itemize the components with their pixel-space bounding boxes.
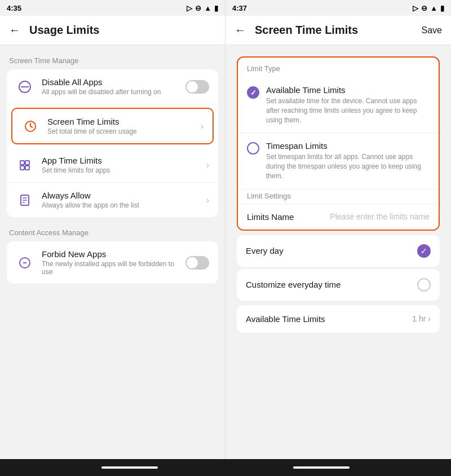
everyday-card[interactable]: Every day ✓ bbox=[237, 235, 440, 267]
svg-rect-7 bbox=[20, 166, 24, 170]
always-allow-chevron: › bbox=[206, 195, 209, 205]
disable-all-apps-sub: All apps will be disabled after turning … bbox=[42, 88, 185, 96]
always-allow-text: Always Allow Always allow the apps on th… bbox=[42, 191, 202, 209]
left-back-button[interactable]: ← bbox=[9, 24, 20, 37]
disable-all-apps-item[interactable]: Disable All Apps All apps will be disabl… bbox=[7, 69, 218, 104]
timespan-radio[interactable] bbox=[247, 142, 259, 155]
timespan-sub: Set timespan limits for all apps. Cannot… bbox=[266, 152, 430, 180]
screen-time-limits-sub: Set total time of screen usage bbox=[47, 127, 196, 135]
right-play-icon: ▷ bbox=[413, 4, 418, 12]
app-time-limits-icon bbox=[16, 156, 34, 174]
disable-all-apps-text: Disable All Apps All apps will be disabl… bbox=[42, 77, 185, 96]
screen-time-limits-icon bbox=[21, 117, 39, 135]
available-time-title: Available Time Limits bbox=[266, 85, 430, 95]
always-allow-chevron-wrapper: › bbox=[202, 195, 209, 205]
save-button[interactable]: Save bbox=[422, 25, 442, 36]
right-page-title: Screen Time Limits bbox=[255, 24, 413, 37]
right-header: ← Screen Time Limits Save bbox=[226, 16, 451, 45]
right-wifi-icon: ▲ bbox=[430, 4, 437, 12]
screen-time-limits-chevron: › bbox=[201, 121, 204, 131]
left-status-icons: ▷ ⊖ ▲ ▮ bbox=[187, 4, 218, 12]
forbid-new-apps-text: Forbid New Apps The newly installed apps… bbox=[42, 249, 185, 276]
disable-all-apps-title: Disable All Apps bbox=[42, 77, 185, 87]
app-time-limits-chevron-wrapper: › bbox=[202, 160, 209, 170]
right-minus-circle-icon: ⊖ bbox=[421, 4, 427, 12]
right-status-icons: ▷ ⊖ ▲ ▮ bbox=[413, 4, 444, 12]
screen-time-limits-item[interactable]: Screen Time Limits Set total time of scr… bbox=[11, 108, 214, 144]
timespan-title: Timespan Limits bbox=[266, 141, 430, 151]
right-content: Limit Type Available Time Limits Set ava… bbox=[226, 45, 451, 459]
always-allow-title: Always Allow bbox=[42, 191, 202, 200]
play-icon: ▷ bbox=[187, 4, 192, 12]
disable-all-apps-icon bbox=[16, 78, 34, 96]
everyday-label: Every day bbox=[246, 246, 284, 255]
svg-rect-8 bbox=[25, 166, 29, 170]
left-home-indicator bbox=[101, 466, 158, 469]
left-content: Screen Time Manage Disable All Apps All … bbox=[0, 45, 225, 459]
screen-time-limits-chevron-wrapper: › bbox=[196, 121, 204, 131]
limits-name-key: Limits Name bbox=[247, 212, 294, 222]
left-time: 4:35 bbox=[7, 4, 21, 12]
content-access-card: Forbid New Apps The newly installed apps… bbox=[7, 241, 218, 284]
left-page-title: Usage Limits bbox=[29, 24, 216, 37]
forbid-new-apps-item[interactable]: Forbid New Apps The newly installed apps… bbox=[7, 241, 218, 284]
app-time-limits-title: App Time Limits bbox=[42, 156, 202, 165]
available-time-limit-value: 1 hr › bbox=[412, 314, 431, 323]
bottom-bar bbox=[0, 459, 451, 476]
right-time: 4:37 bbox=[232, 4, 247, 12]
left-header: ← Usage Limits bbox=[0, 16, 225, 45]
available-time-limit-label: Available Time Limits bbox=[246, 314, 325, 324]
svg-rect-6 bbox=[25, 161, 29, 165]
section-label-screen-time: Screen Time Manage bbox=[7, 52, 218, 69]
app-time-limits-chevron: › bbox=[206, 160, 209, 170]
app-time-limits-sub: Set time limits for apps bbox=[42, 166, 202, 174]
forbid-new-apps-title: Forbid New Apps bbox=[42, 249, 185, 259]
screen-time-manage-card: Disable All Apps All apps will be disabl… bbox=[7, 69, 218, 217]
svg-line-4 bbox=[30, 126, 33, 127]
customize-everyday-card[interactable]: Customize everyday time bbox=[237, 269, 440, 301]
disable-all-apps-toggle[interactable] bbox=[185, 80, 209, 94]
always-allow-item[interactable]: Always Allow Always allow the apps on th… bbox=[7, 183, 218, 217]
always-allow-sub: Always allow the apps on the list bbox=[42, 201, 202, 209]
screen-time-limits-title: Screen Time Limits bbox=[47, 117, 196, 126]
timespan-text: Timespan Limits Set timespan limits for … bbox=[266, 141, 430, 180]
forbid-new-apps-toggle[interactable] bbox=[185, 256, 209, 270]
timespan-option[interactable]: Timespan Limits Set timespan limits for … bbox=[238, 133, 439, 189]
right-screen: 4:37 ▷ ⊖ ▲ ▮ ← Screen Time Limits Save L… bbox=[226, 0, 451, 459]
disable-all-apps-toggle-wrapper bbox=[185, 80, 209, 94]
forbid-new-apps-icon bbox=[16, 254, 34, 272]
wifi-icon: ▲ bbox=[204, 4, 211, 12]
limits-name-input[interactable]: Please enter the limits name bbox=[330, 212, 430, 221]
forbid-new-apps-sub: The newly installed apps will be forbidd… bbox=[42, 260, 185, 276]
available-time-option[interactable]: Available Time Limits Set available time… bbox=[238, 77, 439, 133]
available-time-limits-card[interactable]: Available Time Limits 1 hr › bbox=[237, 305, 440, 333]
right-back-button[interactable]: ← bbox=[235, 24, 246, 37]
limit-type-bordered-section: Limit Type Available Time Limits Set ava… bbox=[237, 56, 440, 231]
available-time-radio[interactable] bbox=[247, 86, 259, 99]
app-time-limits-item[interactable]: App Time Limits Set time limits for apps… bbox=[7, 148, 218, 183]
forbid-new-apps-toggle-wrapper bbox=[185, 256, 209, 270]
right-status-bar: 4:37 ▷ ⊖ ▲ ▮ bbox=[226, 0, 451, 16]
left-screen: 4:35 ▷ ⊖ ▲ ▮ ← Usage Limits Screen Time … bbox=[0, 0, 226, 459]
everyday-check[interactable]: ✓ bbox=[417, 244, 431, 258]
customize-radio[interactable] bbox=[417, 278, 431, 292]
minus-circle-icon: ⊖ bbox=[195, 4, 201, 12]
limit-type-label: Limit Type bbox=[238, 58, 439, 77]
limits-name-row: Limits Name Please enter the limits name bbox=[238, 204, 439, 230]
svg-rect-5 bbox=[20, 161, 24, 165]
available-time-sub: Set available time for the device. Canno… bbox=[266, 96, 430, 125]
section-label-content-access: Content Access Manage bbox=[7, 224, 218, 241]
right-home-indicator bbox=[293, 466, 350, 469]
screen-time-limits-text: Screen Time Limits Set total time of scr… bbox=[47, 117, 196, 135]
available-time-text: Available Time Limits Set available time… bbox=[266, 85, 430, 125]
app-time-limits-text: App Time Limits Set time limits for apps bbox=[42, 156, 202, 174]
right-battery-icon: ▮ bbox=[440, 4, 444, 12]
always-allow-icon bbox=[16, 191, 34, 209]
customize-label: Customize everyday time bbox=[246, 280, 341, 289]
battery-icon: ▮ bbox=[214, 4, 218, 12]
limit-settings-label: Limit Settings bbox=[238, 189, 439, 204]
available-time-chevron: › bbox=[428, 314, 431, 323]
left-status-bar: 4:35 ▷ ⊖ ▲ ▮ bbox=[0, 0, 225, 16]
